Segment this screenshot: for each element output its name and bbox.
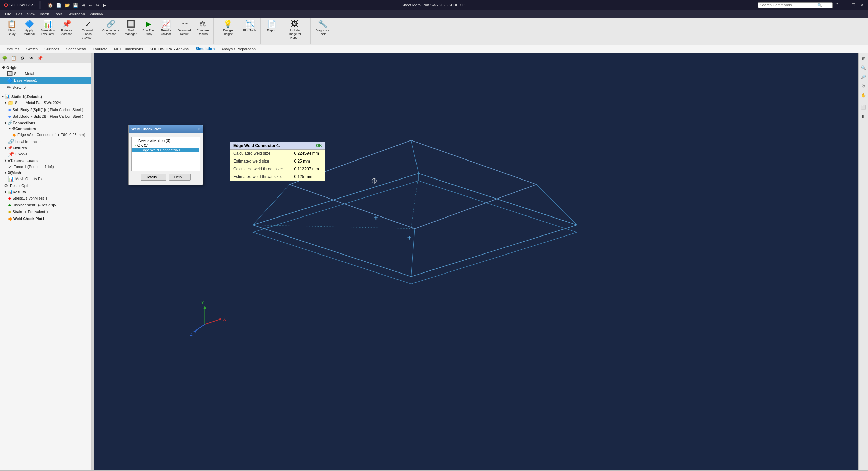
- redo-btn[interactable]: ↪: [95, 2, 100, 8]
- weld-dialog: Weld Check Plot × Needs attention (0) ○ …: [128, 125, 203, 185]
- menu-item-file[interactable]: File: [3, 11, 14, 17]
- tab-sketch[interactable]: Sketch: [23, 46, 41, 52]
- needs-attention-item[interactable]: Needs attention (0): [132, 138, 199, 143]
- force1-item[interactable]: ↙ Force-1 (Per item: 1 lbf;): [0, 163, 91, 170]
- toolbar-divider: [860, 101, 867, 101]
- strain1-item[interactable]: ● Strain1 (-Equivalent-): [0, 208, 91, 215]
- external-loads-button[interactable]: ↙ ExternalLoads Advisor: [76, 19, 99, 41]
- zoom-to-fit-btn[interactable]: ⊞: [860, 55, 868, 63]
- undo-btn[interactable]: ↩: [88, 2, 94, 8]
- mesh-quality-item[interactable]: 📊 Mesh Quality Plot: [0, 175, 91, 182]
- help-btn[interactable]: ?: [834, 2, 841, 8]
- display-icon[interactable]: 👁: [27, 54, 35, 62]
- static1-label: Static 1(-Default-): [11, 95, 42, 99]
- connections-advisor-button[interactable]: 🔗 ConnectionsAdvisor: [100, 19, 121, 37]
- save-btn[interactable]: 💾: [72, 2, 79, 8]
- tab-evaluate[interactable]: Evaluate: [89, 46, 111, 52]
- zoom-out-btn[interactable]: 🔎: [860, 73, 868, 81]
- plot-tools-button[interactable]: 📉 Plot Tools: [241, 19, 259, 34]
- solidbody7-item[interactable]: ● SolidBody 7(Split[2]) (-Plain Carbon S…: [0, 113, 91, 120]
- pin-icon[interactable]: 📌: [36, 54, 44, 62]
- tab-sheet-metal[interactable]: Sheet Metal: [62, 46, 89, 52]
- compare-results-button[interactable]: ⚖ CompareResults: [195, 19, 211, 37]
- result-opts-item[interactable]: ⚙ Result Options: [0, 182, 91, 189]
- results-advisor-button[interactable]: 📈 ResultsAdvisor: [158, 19, 174, 37]
- report-button[interactable]: 📄 Report: [263, 19, 280, 34]
- mesh-item[interactable]: ▼ 🕸 Mesh: [0, 170, 91, 175]
- simulation-evaluator-button[interactable]: 📊 SimulationEvaluator: [39, 19, 57, 37]
- search-input[interactable]: [760, 3, 817, 7]
- new-study-button[interactable]: 📋 NewStudy: [3, 19, 20, 37]
- solidbody2-item[interactable]: ● SolidBody 2(Split[1]) (-Plain Carbon S…: [0, 106, 91, 113]
- section-view-btn[interactable]: ◧: [860, 112, 868, 120]
- zoom-in-btn[interactable]: 🔍: [860, 64, 868, 72]
- sm-part-item[interactable]: ▼ 📁 Sheet Metal Part SWx 2024: [0, 99, 91, 106]
- tree-icon[interactable]: 🌳: [1, 54, 9, 62]
- help-dialog-button[interactable]: Help ...: [169, 174, 191, 181]
- run-study-button[interactable]: ▶ Run ThisStudy: [140, 19, 156, 37]
- weld-dialog-close-btn[interactable]: ×: [197, 126, 200, 132]
- origin-label: Origin: [6, 65, 17, 70]
- stress1-icon: ●: [8, 195, 11, 201]
- base-flange-item[interactable]: 🔷 Base-Flange1: [0, 77, 91, 84]
- edge-weld-item[interactable]: ◆ Edge Weld Connector-1 (-E60: 0.25 mm): [0, 131, 91, 138]
- print-btn[interactable]: 🖨: [80, 2, 87, 8]
- new-btn[interactable]: 📄: [55, 2, 62, 8]
- menu-item-view[interactable]: View: [25, 11, 38, 17]
- sheet-metal-item[interactable]: 🔲 Sheet-Metal: [0, 70, 91, 77]
- connectors-item[interactable]: ▼ ⚙ Connectors: [0, 126, 91, 131]
- tab-features[interactable]: Features: [1, 46, 23, 52]
- menu-item-simulation[interactable]: Simulation: [65, 11, 87, 17]
- tab-addins[interactable]: SOLIDWORKS Add-Ins: [146, 46, 192, 52]
- result-opts-icon: ⚙: [4, 183, 8, 188]
- open-btn[interactable]: 📂: [63, 2, 71, 8]
- results-item[interactable]: ▼ 📊 Results: [0, 189, 91, 195]
- run-btn[interactable]: ▶: [101, 2, 107, 8]
- close-btn[interactable]: ×: [859, 2, 865, 8]
- fixtures-advisor-button[interactable]: 📌 FixturesAdvisor: [58, 19, 75, 37]
- ok-item[interactable]: ○ OK (1): [132, 143, 199, 148]
- origin-item[interactable]: ⊕ Origin: [0, 64, 91, 70]
- properties-icon[interactable]: 📋: [10, 54, 18, 62]
- resize-handle[interactable]: ⋮: [92, 53, 94, 470]
- menu-item-tools[interactable]: Tools: [52, 11, 65, 17]
- include-image-button[interactable]: 🖼 Include Image for Report: [281, 19, 308, 41]
- design-insight-label: Design Insight: [219, 29, 237, 36]
- viewport-right-toolbar: ⊞ 🔍 🔎 ↻ ✋ ⬜ ◧: [858, 53, 868, 470]
- fixtures-item[interactable]: ▼ 📌 Fixtures: [0, 145, 91, 151]
- shell-manager-button[interactable]: 🔲 ShellManager: [123, 19, 139, 37]
- static1-item[interactable]: ▼ 📊 Static 1(-Default-): [0, 94, 91, 99]
- apply-material-button[interactable]: 🔷 ApplyMaterial: [21, 19, 37, 37]
- menu-item-window[interactable]: Window: [87, 11, 105, 17]
- diagnostic-tools-button[interactable]: 🔧 DiagnosticTools: [313, 19, 332, 37]
- connections-item[interactable]: ▼ 🔗 Connections: [0, 120, 91, 126]
- design-insight-button[interactable]: 💡 Design Insight: [216, 19, 240, 37]
- restore-btn[interactable]: ❐: [850, 2, 857, 8]
- ext-loads-item[interactable]: ▼ ↙ External Loads: [0, 157, 91, 163]
- tab-mbd[interactable]: MBD Dimensions: [111, 46, 146, 52]
- normal-view-btn[interactable]: ⬜: [860, 103, 868, 111]
- sketch0-item[interactable]: ✏ Sketch0: [0, 84, 91, 91]
- deformed-result-button[interactable]: 〰 DeformedResult: [176, 19, 193, 37]
- tab-surfaces[interactable]: Surfaces: [41, 46, 62, 52]
- local-int-item[interactable]: 🔗 Local Interactions: [0, 138, 91, 145]
- tab-analysis[interactable]: Analysis Preparation: [218, 46, 259, 52]
- home-btn[interactable]: 🏠: [47, 2, 54, 8]
- search-bar[interactable]: 🔍: [758, 2, 833, 8]
- fixed1-item[interactable]: 📌 Fixed-1: [0, 151, 91, 157]
- fixtures-tree-label: Fixtures: [13, 146, 27, 150]
- weld-check-plot1-item[interactable]: ◆ Weld Check Plot1: [0, 215, 91, 222]
- rotate-btn[interactable]: ↻: [860, 82, 868, 90]
- menu-item-insert[interactable]: Insert: [37, 11, 52, 17]
- edge-weld-connector-item[interactable]: Edge Weld Connector-1: [132, 148, 199, 152]
- minimize-btn[interactable]: −: [842, 2, 848, 8]
- stress1-item[interactable]: ● Stress1 (-vonMises-): [0, 195, 91, 202]
- tab-simulation[interactable]: Simulation: [192, 45, 218, 52]
- menu-item-edit[interactable]: Edit: [14, 11, 25, 17]
- config-icon[interactable]: ⚙: [18, 54, 26, 62]
- disp1-item[interactable]: ● Displacement1 (-Res disp-): [0, 202, 91, 208]
- base-flange-label: Base-Flange1: [14, 78, 37, 82]
- pan-btn[interactable]: ✋: [860, 91, 868, 99]
- details-button[interactable]: Details ...: [141, 174, 166, 181]
- compare-label: CompareResults: [197, 29, 209, 36]
